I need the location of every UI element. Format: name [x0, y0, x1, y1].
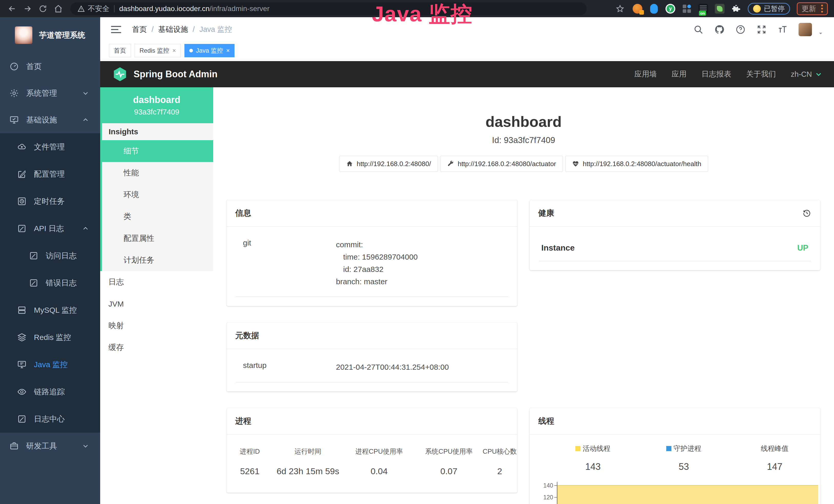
history-icon[interactable]: [802, 208, 811, 218]
sba-menu-scheduled-tasks[interactable]: 计划任务: [102, 249, 213, 271]
sba-nav-applications[interactable]: 应用: [672, 69, 686, 79]
instance-header[interactable]: dashboard 93a3fc7f7409: [100, 87, 213, 123]
breadcrumb-current: Java 监控: [199, 24, 232, 35]
search-icon[interactable]: [693, 24, 704, 35]
emoji-face-icon: [753, 5, 761, 13]
service-url-button[interactable]: http://192.168.0.2:48080/: [339, 156, 438, 172]
sidebar-item-access-log[interactable]: 访问日志: [0, 242, 100, 269]
help-icon[interactable]: [736, 24, 746, 35]
home-icon[interactable]: [52, 3, 64, 15]
actuator-url-button[interactable]: http://192.168.0.2:48080/actuator: [440, 156, 563, 172]
app-logo[interactable]: 芋道管理系统: [0, 17, 100, 53]
tab-home[interactable]: 首页: [109, 44, 131, 57]
extensions-puzzle-icon[interactable]: [731, 4, 741, 14]
heartbeat-icon: [572, 160, 579, 167]
sidebar-item-api-log[interactable]: API 日志: [0, 215, 100, 242]
github-icon[interactable]: [714, 24, 725, 35]
health-card-title: 健康: [530, 200, 820, 227]
process-card: 进程 进程ID 运行时间 进程CPU使用率 系统CPU使用率 CPU核心数: [226, 408, 517, 493]
sba-locale-select[interactable]: zh-CN: [791, 70, 822, 78]
extension-icon-grid[interactable]: [682, 4, 692, 14]
sba-nav-wallboard[interactable]: 应用墙: [634, 69, 657, 79]
tab-label: Java 监控: [196, 46, 223, 55]
app-title: 芋道管理系统: [39, 30, 85, 41]
sidebar-item-label: 文件管理: [34, 142, 65, 152]
threads-card: 线程 活动线程 143: [530, 408, 820, 504]
user-avatar[interactable]: [798, 23, 812, 36]
sidebar-item-error-log[interactable]: 错误日志: [0, 269, 100, 297]
avatar-caret-icon[interactable]: [818, 31, 823, 36]
address-bar[interactable]: 不安全 dashboard.yudao.iocoder.cn/infra/adm…: [70, 2, 587, 15]
extension-icon-orange[interactable]: [633, 4, 642, 14]
forward-icon[interactable]: [22, 3, 34, 15]
health-url-button[interactable]: http://192.168.0.2:48080/actuator/health: [565, 156, 708, 172]
sba-nav-about[interactable]: 关于我们: [746, 69, 776, 79]
sidebar-item-devtools[interactable]: 研发工具: [0, 433, 100, 459]
sidebar-item-redis-monitor[interactable]: Redis 监控: [0, 324, 100, 351]
sidebar-item-trace[interactable]: 链路追踪: [0, 378, 100, 406]
font-size-icon[interactable]: [777, 24, 788, 35]
sidebar-item-scheduled-jobs[interactable]: 定时任务: [0, 188, 100, 215]
process-pid: 5261: [226, 466, 273, 476]
instance-links: http://192.168.0.2:48080/ http://192.168…: [213, 156, 834, 172]
info-row-git: git commit: time: 1596289704000 id: 27aa…: [236, 233, 508, 297]
sidebar-item-home[interactable]: 首页: [0, 53, 100, 80]
insecure-warning[interactable]: 不安全: [78, 4, 109, 14]
close-icon[interactable]: ×: [226, 47, 229, 54]
breadcrumb-home[interactable]: 首页: [132, 24, 147, 35]
sba-brand[interactable]: Spring Boot Admin: [112, 66, 218, 82]
active-dot: [189, 49, 193, 52]
info-key: git: [236, 238, 336, 288]
sba-menu-caches[interactable]: 缓存: [100, 337, 213, 359]
sidebar-item-label: 错误日志: [46, 278, 76, 288]
sba-menu-config-props[interactable]: 配置属性: [102, 228, 213, 249]
system-cpu: 0.07: [415, 466, 482, 476]
reload-icon[interactable]: [37, 3, 49, 15]
sidebar-item-file-manage[interactable]: 文件管理: [0, 133, 100, 160]
bookmark-star-icon[interactable]: [614, 3, 626, 15]
sidebar-collapse-icon[interactable]: [111, 26, 121, 33]
sidebar-item-log-center[interactable]: 日志中心: [0, 406, 100, 433]
breadcrumb-infra[interactable]: 基础设施: [158, 24, 188, 35]
sba-menu-insights-group: Insights 细节 性能 环境 类 配置属性 计划任务: [100, 123, 213, 271]
sidebar-item-label: 研发工具: [26, 441, 57, 451]
sba-menu-jvm[interactable]: JVM: [100, 293, 213, 315]
threads-card-title: 线程: [530, 408, 820, 435]
browser-menu-icon[interactable]: [821, 5, 823, 13]
sidebar-item-label: 配置管理: [34, 169, 65, 180]
sba-menu-environment[interactable]: 环境: [102, 184, 213, 206]
sba-nav-journal[interactable]: 日志报表: [701, 69, 731, 79]
security-label: 不安全: [88, 4, 109, 14]
extension-icon-onswitch[interactable]: on: [698, 4, 708, 14]
extension-icon-y[interactable]: y: [665, 4, 675, 14]
sidebar-item-config-manage[interactable]: 配置管理: [0, 160, 100, 188]
sba-menu-details[interactable]: 细节: [100, 140, 213, 162]
sidebar-item-mysql-monitor[interactable]: MySQL 监控: [0, 297, 100, 324]
sidebar-item-system[interactable]: 系统管理: [0, 80, 100, 107]
back-icon[interactable]: [6, 3, 18, 15]
sidebar-item-java-monitor[interactable]: Java 监控: [0, 351, 100, 378]
extension-badge: [639, 10, 644, 15]
tab-java-monitor[interactable]: Java 监控 ×: [184, 44, 235, 57]
sba-menu-mappings[interactable]: 映射: [100, 315, 213, 337]
breadcrumb: 首页 / 基础设施 / Java 监控: [132, 24, 232, 35]
close-icon[interactable]: ×: [172, 47, 176, 54]
browser-update-button[interactable]: 更新: [797, 2, 828, 15]
sidebar-item-infra[interactable]: 基础设施: [0, 107, 100, 133]
fullscreen-icon[interactable]: [756, 24, 767, 35]
tab-redis-monitor[interactable]: Redis 监控 ×: [135, 44, 181, 57]
info-value: commit: time: 1596289704000 id: 27aa832 …: [336, 238, 418, 288]
sidebar-item-label: API 日志: [34, 223, 64, 234]
paused-extension-pill[interactable]: 已暂停: [748, 3, 790, 15]
card-title-text: 线程: [539, 416, 554, 427]
health-card: 健康 Instance UP: [530, 200, 820, 270]
extension-icon-pin[interactable]: [650, 4, 658, 14]
sidebar-item-label: MySQL 监控: [34, 305, 77, 316]
extension-icon-leaf[interactable]: [715, 4, 725, 14]
layers-icon: [17, 333, 27, 342]
logo-image: [15, 26, 32, 44]
sba-menu-logs[interactable]: 日志: [100, 271, 213, 293]
sidebar-item-label: 基础设施: [26, 115, 57, 125]
sba-menu-classes[interactable]: 类: [102, 206, 213, 228]
sba-menu-performance[interactable]: 性能: [102, 162, 213, 184]
